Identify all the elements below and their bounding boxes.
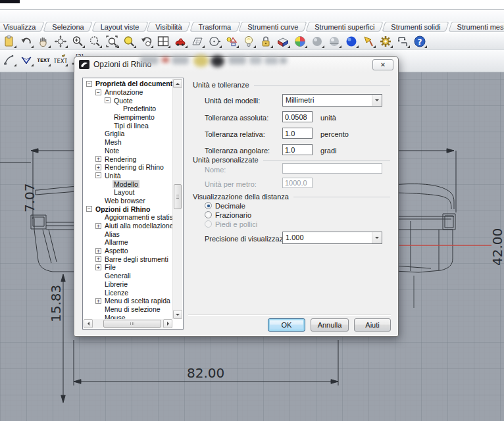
angle-tolerance-input[interactable] <box>282 144 313 155</box>
tree-vertical-scrollbar[interactable] <box>172 79 182 319</box>
lock-icon[interactable] <box>259 34 273 49</box>
zoom-dynamic-icon[interactable] <box>70 34 85 49</box>
color-wheel-icon[interactable] <box>293 34 307 49</box>
tree-item-rendering[interactable]: +Rendering <box>84 155 172 163</box>
display-precision-dropdown[interactable]: 1.000 <box>282 232 382 244</box>
tree-item-alias[interactable]: Alias <box>84 230 172 238</box>
text-small-icon[interactable]: TEXT <box>36 53 51 67</box>
radio-decimale[interactable]: Decimale <box>205 201 245 210</box>
zoom-window-icon[interactable] <box>88 34 102 49</box>
tree-item-proprieta-del-documento[interactable]: −Proprietà del documento <box>84 80 172 88</box>
expand-icon[interactable]: + <box>95 164 101 170</box>
tree-item-licenze[interactable]: Licenze <box>84 288 172 297</box>
tree-item-allarme[interactable]: Allarme <box>84 238 172 247</box>
close-icon[interactable]: × <box>372 59 393 70</box>
pan-icon[interactable] <box>36 34 51 49</box>
tree-item-generali[interactable]: Generali <box>84 272 172 280</box>
plan-view-icon[interactable] <box>190 34 205 49</box>
lamp-icon[interactable] <box>241 34 256 49</box>
collapse-icon[interactable]: − <box>105 97 111 103</box>
v-marker-icon[interactable] <box>19 53 34 67</box>
help-button[interactable]: Aiuti <box>354 318 391 332</box>
tree-item-rendering-di-rhino[interactable]: +Rendering di Rhino <box>84 163 172 172</box>
collapse-icon[interactable]: − <box>86 206 92 212</box>
tree-vscroll-thumb[interactable] <box>174 184 182 209</box>
relative-tolerance-input[interactable] <box>282 128 313 139</box>
tab-trasforma[interactable]: Trasforma <box>191 22 239 32</box>
options-gear-icon[interactable] <box>378 34 393 49</box>
collapse-icon[interactable]: − <box>95 89 101 95</box>
tree-item-tipi-di-linea[interactable]: Tipi di linea <box>84 121 172 130</box>
view-undo-icon[interactable] <box>139 34 153 49</box>
dialog-title-bar[interactable]: Opzioni di Rhino × <box>74 57 398 72</box>
material-paint-icon[interactable] <box>361 34 376 49</box>
set-cplane-icon[interactable] <box>207 34 222 49</box>
tree-item-aiuti-alla-modellazione[interactable]: +Aiuti alla modellazione <box>84 222 172 230</box>
scroll-right-icon[interactable] <box>163 319 172 328</box>
tree-item-quote[interactable]: −Quote <box>84 96 172 105</box>
expand-icon[interactable]: + <box>95 256 101 262</box>
expand-icon[interactable]: + <box>95 248 101 254</box>
rotate-view-icon[interactable] <box>53 34 68 49</box>
radio-frazionario[interactable]: Frazionario <box>205 210 251 219</box>
cancel-button[interactable]: Annulla <box>311 318 349 332</box>
model-units-dropdown[interactable]: Millimetri <box>282 94 382 107</box>
tree-item-librerie[interactable]: Librerie <box>84 280 172 289</box>
radio-button-icon[interactable] <box>205 211 212 218</box>
tree-item-mouse[interactable]: Mouse <box>84 313 172 319</box>
tab-layout-viste[interactable]: Layout viste <box>93 22 147 32</box>
print-setup-icon[interactable] <box>395 34 410 49</box>
ok-button[interactable]: OK <box>268 318 305 332</box>
help-icon[interactable]: ? <box>413 34 427 49</box>
tab-visibilita[interactable]: Visibilità <box>148 22 189 32</box>
render-sphere-icon[interactable] <box>310 34 324 49</box>
tree-item-layout[interactable]: Layout <box>84 188 172 197</box>
tree-item-file[interactable]: +File <box>84 263 172 272</box>
tree-item-annotazione[interactable]: −Annotazione <box>84 88 172 97</box>
viewport-layout-icon[interactable] <box>156 34 170 49</box>
paste-icon[interactable] <box>2 34 16 49</box>
tab-strumenti-curve[interactable]: Strumenti curve <box>240 22 305 32</box>
named-view-icon[interactable] <box>173 34 188 49</box>
zoom-extents-icon[interactable] <box>105 34 119 49</box>
tree-item-web-browser[interactable]: Web browser <box>84 197 172 205</box>
tree-hscroll-thumb[interactable] <box>103 320 161 328</box>
text-create-icon[interactable]: TEXT <box>53 53 68 67</box>
collapse-icon[interactable]: − <box>95 172 101 178</box>
render-blue-icon[interactable] <box>344 34 359 49</box>
collapse-icon[interactable]: − <box>86 81 92 87</box>
render-preview-icon[interactable] <box>327 34 341 49</box>
tab-strumenti-solidi[interactable]: Strumenti solidi <box>384 22 447 32</box>
expand-icon[interactable]: + <box>95 156 101 162</box>
layer-state-icon[interactable] <box>276 34 290 49</box>
tree-item-unita[interactable]: −Unità <box>84 172 172 180</box>
tree-item-menu-di-selezione[interactable]: Menu di selezione <box>84 305 172 314</box>
absolute-tolerance-input[interactable] <box>282 111 313 122</box>
tree-item-aspetto[interactable]: +Aspetto <box>84 247 172 255</box>
tree-item-mesh[interactable]: Mesh <box>84 138 172 147</box>
scroll-up-icon[interactable] <box>173 79 182 88</box>
tree-item-aggiornamenti-e-statistiche[interactable]: Aggiornamenti e statistiche <box>84 213 172 222</box>
tree-item-barre-degli-strumenti[interactable]: +Barre degli strumenti <box>84 255 172 263</box>
undo-icon[interactable] <box>19 34 34 49</box>
scroll-down-icon[interactable] <box>173 310 182 319</box>
zoom-selected-icon[interactable] <box>122 34 136 49</box>
tree-item-opzioni-di-rhino[interactable]: −Opzioni di Rhino <box>84 205 172 213</box>
tree-item-griglia[interactable]: Griglia <box>84 130 172 138</box>
tab-strumenti-mesh[interactable]: Strumenti mesh <box>450 22 504 32</box>
tab-strumenti-superfici[interactable]: Strumenti superfici <box>307 22 382 32</box>
expand-icon[interactable]: + <box>95 223 101 229</box>
radio-button-icon[interactable] <box>205 202 212 209</box>
expand-icon[interactable]: + <box>95 298 101 304</box>
osnap-icon[interactable] <box>224 34 239 49</box>
tab-seleziona[interactable]: Seleziona <box>45 22 91 32</box>
tab-visualizza[interactable]: Visualizza <box>0 22 43 32</box>
tree-horizontal-scrollbar[interactable] <box>84 319 172 328</box>
expand-icon[interactable]: + <box>95 264 101 270</box>
curve-tool-icon[interactable] <box>2 53 16 67</box>
tree-item-note[interactable]: Note <box>84 147 172 155</box>
tree-item-modello[interactable]: Modello <box>84 180 172 188</box>
tree-item-menu-di-scelta-rapida[interactable]: +Menu di scelta rapida <box>84 297 172 305</box>
tree-item-predefinito[interactable]: Predefinito <box>84 105 172 113</box>
scroll-left-icon[interactable] <box>84 319 93 328</box>
